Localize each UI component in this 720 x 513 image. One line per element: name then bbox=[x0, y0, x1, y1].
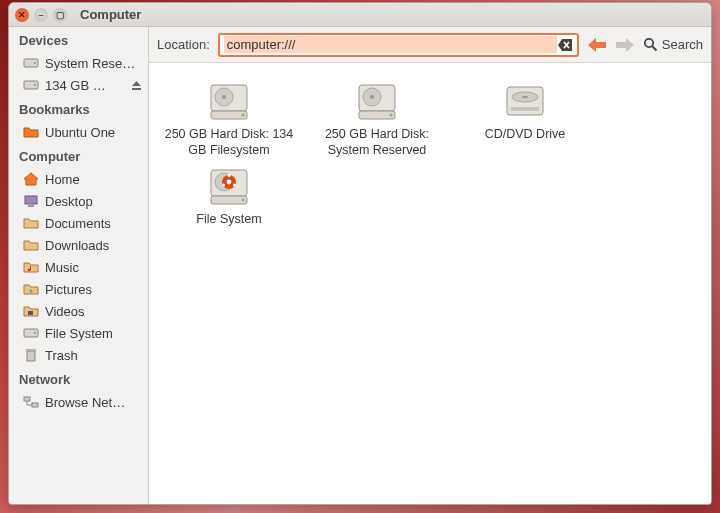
hard-disk-icon bbox=[205, 81, 253, 123]
sidebar-item-label: Music bbox=[45, 260, 142, 275]
home-icon bbox=[23, 171, 39, 187]
sidebar-item[interactable]: Pictures bbox=[9, 278, 148, 300]
videos-icon bbox=[23, 303, 39, 319]
grid-item-label: File System bbox=[196, 212, 261, 228]
sidebar-item[interactable]: File System bbox=[9, 322, 148, 344]
svg-rect-13 bbox=[27, 351, 35, 361]
grid-item-label: CD/DVD Drive bbox=[485, 127, 566, 143]
location-input-wrap[interactable] bbox=[218, 33, 579, 57]
svg-rect-8 bbox=[30, 266, 31, 270]
network-icon bbox=[23, 394, 39, 410]
sidebar-item-label: Browse Net… bbox=[45, 395, 142, 410]
music-icon bbox=[23, 259, 39, 275]
sidebar-item[interactable]: Home bbox=[9, 168, 148, 190]
sidebar-item[interactable]: 134 GB … bbox=[9, 74, 148, 96]
sidebar-item[interactable]: Browse Net… bbox=[9, 391, 148, 413]
sidebar-item-label: Pictures bbox=[45, 282, 142, 297]
sidebar: DevicesSystem Rese…134 GB …BookmarksUbun… bbox=[9, 27, 149, 504]
svg-point-38 bbox=[227, 174, 230, 177]
main-pane: Location: Search bbox=[149, 27, 711, 504]
folder-icon bbox=[23, 237, 39, 253]
sidebar-item[interactable]: Ubuntu One bbox=[9, 121, 148, 143]
svg-rect-5 bbox=[25, 196, 37, 204]
svg-point-12 bbox=[34, 332, 36, 334]
location-input[interactable] bbox=[224, 36, 557, 53]
sidebar-item[interactable]: Downloads bbox=[9, 234, 148, 256]
search-button[interactable]: Search bbox=[643, 37, 703, 52]
svg-rect-32 bbox=[511, 107, 539, 111]
folder-icon bbox=[23, 124, 39, 140]
search-label: Search bbox=[662, 37, 703, 52]
titlebar[interactable]: ✕ – ▢ Computer bbox=[9, 3, 711, 27]
sidebar-item-label: Home bbox=[45, 172, 142, 187]
close-button[interactable]: ✕ bbox=[15, 8, 29, 22]
grid-item[interactable]: 250 GB Hard Disk: 134 GB Filesystem bbox=[159, 77, 299, 162]
sidebar-section-header: Devices bbox=[9, 27, 148, 52]
sidebar-item[interactable]: Music bbox=[9, 256, 148, 278]
icon-grid[interactable]: 250 GB Hard Disk: 134 GB Filesystem250 G… bbox=[149, 63, 711, 504]
sidebar-item[interactable]: Trash bbox=[9, 344, 148, 366]
pictures-icon bbox=[23, 281, 39, 297]
sidebar-item-label: Documents bbox=[45, 216, 142, 231]
hard-disk-icon bbox=[353, 81, 401, 123]
minimize-button[interactable]: – bbox=[34, 8, 48, 22]
svg-point-42 bbox=[242, 199, 245, 202]
sidebar-item-label: 134 GB … bbox=[45, 78, 125, 93]
clear-location-icon[interactable] bbox=[557, 37, 573, 53]
svg-point-17 bbox=[645, 39, 653, 47]
svg-rect-15 bbox=[24, 397, 30, 401]
window-title: Computer bbox=[80, 7, 141, 22]
folder-icon bbox=[23, 215, 39, 231]
svg-rect-16 bbox=[32, 403, 38, 407]
sidebar-item-label: Ubuntu One bbox=[45, 125, 142, 140]
svg-rect-14 bbox=[26, 349, 36, 351]
sidebar-section-header: Computer bbox=[9, 143, 148, 168]
svg-rect-4 bbox=[132, 88, 141, 90]
drive-icon bbox=[23, 77, 39, 93]
grid-item-label: 250 GB Hard Disk: System Reserved bbox=[312, 127, 442, 158]
svg-point-40 bbox=[233, 184, 236, 187]
sidebar-section-header: Network bbox=[9, 366, 148, 391]
sidebar-item[interactable]: System Rese… bbox=[9, 52, 148, 74]
grid-item[interactable]: File System bbox=[159, 162, 299, 232]
desktop-icon bbox=[23, 193, 39, 209]
sidebar-item-label: File System bbox=[45, 326, 142, 341]
sidebar-item[interactable]: Desktop bbox=[9, 190, 148, 212]
svg-point-31 bbox=[522, 96, 528, 99]
maximize-button[interactable]: ▢ bbox=[53, 8, 67, 22]
toolbar: Location: Search bbox=[149, 27, 711, 63]
trash-icon bbox=[23, 347, 39, 363]
svg-point-7 bbox=[28, 269, 31, 272]
back-button[interactable] bbox=[587, 35, 607, 55]
sidebar-item-label: Downloads bbox=[45, 238, 142, 253]
svg-point-21 bbox=[222, 95, 226, 99]
drive-icon bbox=[23, 55, 39, 71]
window-body: DevicesSystem Rese…134 GB …BookmarksUbun… bbox=[9, 27, 711, 504]
hard-disk-icon bbox=[205, 166, 253, 208]
svg-line-18 bbox=[652, 46, 656, 50]
sidebar-item-label: Videos bbox=[45, 304, 142, 319]
forward-button[interactable] bbox=[615, 35, 635, 55]
eject-icon[interactable] bbox=[131, 80, 142, 91]
svg-point-37 bbox=[227, 180, 232, 185]
svg-point-1 bbox=[34, 62, 36, 64]
sidebar-item[interactable]: Videos bbox=[9, 300, 148, 322]
sidebar-item-label: Trash bbox=[45, 348, 142, 363]
sidebar-item-label: Desktop bbox=[45, 194, 142, 209]
grid-item-label: 250 GB Hard Disk: 134 GB Filesystem bbox=[164, 127, 294, 158]
search-icon bbox=[643, 37, 658, 52]
svg-rect-6 bbox=[28, 205, 34, 207]
svg-point-39 bbox=[222, 184, 225, 187]
sidebar-section-header: Bookmarks bbox=[9, 96, 148, 121]
svg-point-23 bbox=[242, 114, 245, 117]
grid-item[interactable]: 250 GB Hard Disk: System Reserved bbox=[307, 77, 447, 162]
optical-drive-icon bbox=[501, 81, 549, 123]
location-label: Location: bbox=[157, 37, 210, 52]
file-manager-window: ✕ – ▢ Computer DevicesSystem Rese…134 GB… bbox=[8, 2, 712, 505]
svg-point-26 bbox=[370, 95, 374, 99]
svg-point-3 bbox=[34, 84, 36, 86]
sidebar-item-label: System Rese… bbox=[45, 56, 142, 71]
sidebar-item[interactable]: Documents bbox=[9, 212, 148, 234]
grid-item[interactable]: CD/DVD Drive bbox=[455, 77, 595, 162]
svg-point-9 bbox=[30, 290, 33, 293]
